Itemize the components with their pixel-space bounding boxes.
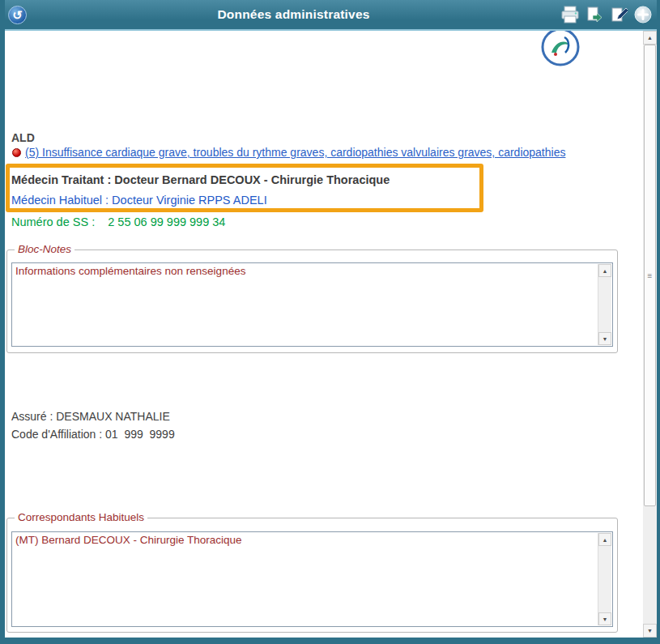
- panel-title: Données administratives: [32, 7, 556, 22]
- bloc-notes-scroll-up-button[interactable]: ▲: [598, 264, 611, 277]
- arrow-up-icon: ▲: [603, 268, 608, 274]
- content-wrap: ALD (5) Insuffisance cardiaque grave, tr…: [5, 31, 657, 638]
- arrow-up-icon: ▲: [647, 35, 653, 41]
- printer-icon: [560, 6, 580, 23]
- edit-pen-icon: [610, 6, 628, 23]
- plus-icon: [633, 5, 653, 24]
- print-button[interactable]: [559, 4, 581, 26]
- correspondants-title: Correspondants Habituels: [15, 511, 147, 523]
- arrow-down-icon: ▼: [603, 616, 608, 622]
- main-scroll-down-button[interactable]: ▼: [643, 624, 657, 638]
- titlebar-actions: [559, 4, 654, 26]
- history-button[interactable]: ↺: [6, 4, 28, 26]
- bloc-notes-scroll-down-button[interactable]: ▼: [598, 332, 611, 345]
- bloc-notes-textarea[interactable]: Informations complémentaires non renseig…: [11, 262, 613, 347]
- code-affiliation-line: Code d'Affiliation : 01 999 9999: [11, 428, 175, 441]
- bloc-notes-title: Bloc-Notes: [15, 243, 75, 255]
- add-button[interactable]: [632, 4, 654, 26]
- ald-red-dot-icon: [12, 148, 21, 157]
- ald-link[interactable]: (5) Insuffisance cardiaque grave, troubl…: [25, 146, 565, 159]
- medecin-traitant-line[interactable]: Médecin Traitant : Docteur Bernard DECOU…: [11, 173, 390, 186]
- correspondants-text: (MT) Bernard DECOUX - Chirurgie Thoraciq…: [15, 534, 594, 546]
- correspondants-scrollbar[interactable]: ▲ ▼: [598, 533, 611, 625]
- medecin-habituel-line[interactable]: Médecin Habituel : Docteur Virginie RPPS…: [11, 194, 267, 207]
- administrative-content: ALD (5) Insuffisance cardiaque grave, tr…: [5, 31, 642, 638]
- app-logo-icon: [539, 31, 581, 68]
- bloc-notes-text: Informations complémentaires non renseig…: [15, 265, 594, 277]
- bloc-notes-scrollbar[interactable]: ▲ ▼: [598, 264, 611, 345]
- correspondants-scroll-down-button[interactable]: ▼: [598, 612, 611, 625]
- bloc-notes-groupbox: Bloc-Notes Informations complémentaires …: [6, 249, 618, 353]
- ald-heading: ALD: [11, 131, 35, 144]
- donnees-administratives-panel: ↺ Données administratives: [0, 0, 660, 644]
- assure-line: Assuré : DESMAUX NATHALIE: [11, 410, 170, 423]
- export-document-icon: [585, 6, 603, 23]
- arrow-down-icon: ▼: [647, 628, 653, 633]
- arrow-up-icon: ▲: [603, 537, 608, 543]
- correspondants-textarea[interactable]: (MT) Bernard DECOUX - Chirurgie Thoraciq…: [11, 531, 613, 627]
- main-scroll-up-button[interactable]: ▲: [643, 31, 657, 45]
- scrollbar-grip-icon: ≡: [648, 271, 653, 280]
- titlebar: ↺ Données administratives: [5, 0, 657, 31]
- correspondants-scroll-up-button[interactable]: ▲: [598, 533, 611, 546]
- ald-entry[interactable]: (5) Insuffisance cardiaque grave, troubl…: [12, 146, 639, 159]
- arrow-down-icon: ▼: [603, 336, 608, 342]
- numero-ss-line: Numéro de SS : 2 55 06 99 999 999 34: [11, 215, 225, 228]
- correspondants-groupbox: Correspondants Habituels (MT) Bernard DE…: [6, 518, 618, 633]
- main-scrollbar[interactable]: ▲ ≡ ▼: [642, 31, 657, 638]
- main-scrollbar-thumb[interactable]: ≡: [644, 45, 656, 506]
- export-button[interactable]: [583, 4, 605, 26]
- edit-button[interactable]: [607, 4, 629, 26]
- history-icon: ↺: [8, 6, 27, 24]
